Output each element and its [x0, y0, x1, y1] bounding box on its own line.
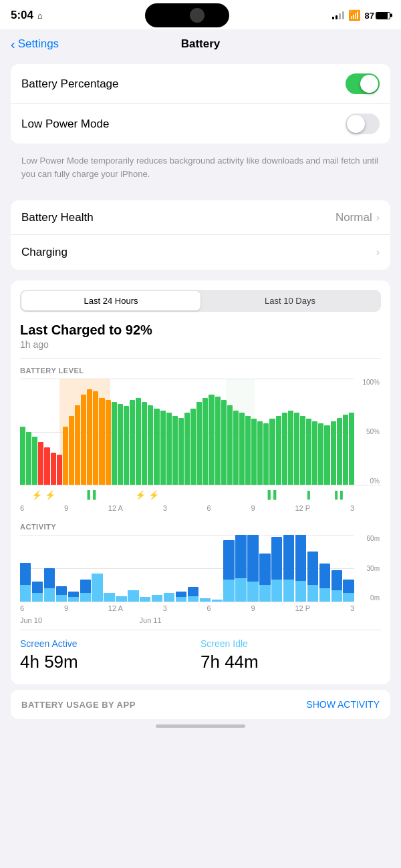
idle-bar [200, 598, 211, 602]
tab-10-days[interactable]: Last 10 Days [200, 291, 380, 310]
battery-bar [106, 400, 111, 485]
activity-bar-group [331, 535, 342, 602]
x-label-12pm: 12 P [295, 504, 310, 512]
idle-bar [188, 596, 198, 602]
battery-bar [312, 421, 317, 485]
active-bar [247, 535, 258, 582]
signal-bar-3 [339, 13, 341, 19]
activity-bar-group [104, 535, 114, 602]
screen-active-label: Screen Active [20, 638, 200, 649]
activity-bar-group [56, 535, 67, 602]
battery-bar [294, 413, 299, 485]
idle-bar [56, 595, 67, 602]
show-activity-link[interactable]: SHOW ACTIVITY [306, 699, 380, 710]
battery-bar [233, 411, 239, 485]
battery-bar [63, 427, 68, 485]
activity-bar-group [32, 535, 43, 602]
idle-bar [223, 580, 234, 602]
idle-bar [152, 595, 162, 602]
battery-bar [239, 413, 245, 485]
home-indicator [156, 724, 245, 728]
low-power-description: Low Power Mode temporarily reduces backg… [11, 149, 390, 190]
active-bar [235, 535, 246, 578]
tab-24-hours[interactable]: Last 24 Hours [21, 291, 200, 310]
battery-percentage-toggle[interactable] [346, 73, 380, 94]
battery-bar [245, 416, 251, 485]
battery-health-value-container: Normal › [336, 211, 380, 224]
activity-bar-group [152, 535, 162, 602]
activity-bar-group [235, 535, 246, 602]
battery-bar [142, 402, 147, 485]
idle-bar [259, 585, 270, 602]
battery-bar [124, 406, 129, 485]
x-label-9pm: 9 [251, 504, 255, 512]
battery-bar [32, 437, 37, 485]
charge-info: Last Charged to 92% 1h ago [20, 322, 381, 350]
battery-bar [227, 405, 233, 485]
di-chip-icon: 🖥 [170, 9, 182, 23]
idle-bar [176, 597, 186, 602]
charging-icon-group-4: ▐▐ [247, 490, 294, 499]
act-x-6: 6 [20, 604, 24, 612]
wifi-icon: 📶 [348, 9, 361, 21]
activity-bar-group [92, 535, 102, 602]
time-period-tabs[interactable]: Last 24 Hours Last 10 Days [20, 290, 381, 312]
low-power-mode-toggle[interactable] [346, 114, 380, 134]
charging-row[interactable]: Charging › [11, 235, 390, 270]
battery-bar [148, 405, 153, 485]
idle-bar [319, 588, 330, 602]
active-bar [20, 563, 31, 585]
active-bar [271, 537, 282, 579]
chevron-right-icon: › [376, 212, 380, 224]
active-bar [80, 580, 91, 593]
battery-bar [263, 423, 269, 485]
battery-bar [154, 409, 159, 485]
idle-bar [104, 593, 114, 602]
battery-bar [337, 418, 342, 485]
idle-bar [140, 597, 150, 602]
act-y-30m: 30m [367, 565, 380, 572]
active-bar [343, 580, 354, 593]
battery-bar [276, 416, 281, 485]
battery-health-section: Battery Health Normal › Charging › [11, 200, 390, 270]
chart-section: Last 24 Hours Last 10 Days Last Charged … [11, 280, 390, 684]
activity-chart: 60m 30m 0m [20, 535, 381, 602]
back-button[interactable]: ‹ Settings [11, 37, 59, 51]
date-labels: Jun 10 Jun 11 [20, 616, 381, 624]
x-label-6am: 6 [20, 504, 24, 512]
battery-bar [343, 415, 348, 485]
di-circle [190, 8, 205, 23]
activity-bar-group [176, 535, 186, 602]
screen-active-stat: Screen Active 4h 59m [20, 638, 200, 672]
battery-y-axis: 100% 50% 0% [357, 379, 381, 485]
active-bar [295, 535, 306, 581]
battery-bar [257, 421, 263, 485]
idle-bar [164, 593, 174, 602]
battery-health-row[interactable]: Battery Health Normal › [11, 200, 390, 235]
activity-bar-group [188, 535, 198, 602]
screen-stats: Screen Active 4h 59m Screen Idle 7h 44m [20, 630, 381, 675]
battery-x-axis: 6 9 12 A 3 6 9 12 P 3 [20, 504, 381, 512]
y-label-50: 50% [366, 428, 380, 435]
battery-bar [38, 442, 43, 485]
battery-bar [166, 413, 172, 485]
bottom-bar-row: BATTERY USAGE BY APP SHOW ACTIVITY [21, 699, 380, 710]
act-x-3p: 3 [350, 604, 354, 612]
battery-usage-label: BATTERY USAGE BY APP [21, 700, 136, 710]
activity-bar-group [140, 535, 150, 602]
battery-bar [136, 398, 141, 485]
idle-bar [80, 593, 91, 602]
idle-bar [20, 585, 31, 602]
battery-body [376, 12, 390, 19]
date-jun11: Jun 11 [140, 616, 211, 624]
battery-percentage-row: Battery Percentage [11, 64, 390, 104]
activity-chart-label: ACTIVITY [20, 523, 381, 531]
activity-bars [20, 535, 354, 602]
active-bar [223, 540, 234, 579]
date-jun10: Jun 10 [20, 616, 92, 624]
dynamic-island-content: 🖥 [170, 9, 182, 23]
battery-bar [184, 413, 190, 485]
dynamic-island: 🖥 [145, 3, 229, 27]
idle-bar [32, 593, 43, 602]
idle-bar [235, 578, 246, 602]
